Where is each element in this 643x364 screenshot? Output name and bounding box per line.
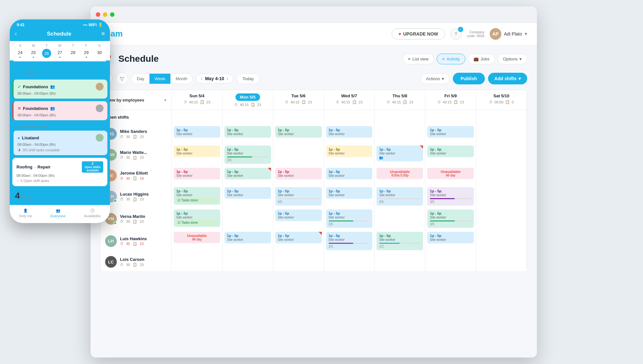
cal-day-25[interactable]: 25 — [27, 49, 40, 58]
add-shifts-button[interactable]: Add shifts ▾ — [488, 73, 527, 84]
luis-shift-sun[interactable]: Unavailable All day — [172, 230, 223, 252]
mike-shift-tue[interactable]: 1p - 5p Site worker — [273, 124, 324, 144]
cal-day-24[interactable]: 24 — [14, 49, 27, 58]
luis-shift-thu[interactable]: 1p - 5p Site worker 1/2 — [375, 230, 425, 252]
jerome-shift-fri[interactable]: Unavailable All day — [425, 166, 476, 185]
back-button[interactable]: ‹ — [15, 30, 17, 37]
online-dot — [114, 199, 117, 202]
verna-shift-wed[interactable]: 1p - 5p Site worker 3/5 — [324, 208, 375, 230]
minimize-button[interactable] — [103, 12, 107, 17]
cal-day-26[interactable]: 26 — [42, 49, 51, 58]
actions-button[interactable]: Actions ▾ — [420, 73, 450, 84]
open-shifts-label: Open shifts — [101, 110, 172, 124]
employee-lucas-higgins: LH Lucas Higgins ⏱30 📋23 — [101, 185, 172, 208]
lucas-shift-sun[interactable]: 1p - 5p Site worker ☑ Tasks done — [172, 185, 223, 208]
jerome-shift-mon[interactable]: 1p - 5p Site worker — [223, 166, 273, 185]
mike-shift-mon[interactable]: 1p - 5p Site worker — [223, 124, 273, 144]
tab-jobs[interactable]: 💼 Jobs — [468, 54, 495, 64]
doc-icon-thu: 📋 — [403, 100, 407, 104]
nav-everyone[interactable]: 👥 Everyone — [50, 209, 65, 218]
mario-shift-wed[interactable]: 1p - 5p Site worker — [324, 144, 375, 166]
phone-date-26: 26 Tue — [12, 65, 107, 80]
lucas-shift-thu[interactable]: 1p - 5p Site worker 0/5 — [375, 185, 425, 208]
tab-options[interactable]: Options ▾ — [497, 54, 527, 64]
day-header-sat: Sat 5/10 ⏱ 00:00 📋 0 — [476, 90, 527, 110]
menu-icon[interactable]: ≡ — [101, 30, 105, 37]
verna-shift-thu — [375, 208, 425, 230]
jerome-shift-wed[interactable]: 1p - 5p Site worker — [324, 166, 375, 185]
tab-activity[interactable]: ≡ Activity — [437, 54, 465, 64]
chevron-down-icon: ▾ — [525, 31, 527, 37]
day-toggle[interactable]: Day — [132, 74, 149, 84]
jerome-shift-tue[interactable]: 1p - 5p Site worker — [273, 166, 324, 185]
cal-day-27[interactable]: 27 — [53, 49, 67, 58]
luis-shift-mon[interactable]: 1p - 5p Site worker — [223, 230, 273, 252]
shift-lisaland[interactable]: ● Lisaland 08:00am - 04:00pm (8h) ◑ 3/5 … — [12, 131, 107, 155]
clock-nav-icon: 🕐 — [90, 209, 95, 213]
mike-shift-fri[interactable]: 1p - 5p Site worker — [425, 124, 476, 144]
app-header: tteam ♥ UPGRADE NOW ? i Company code: 45… — [91, 23, 537, 45]
phone-calendar: S M T W T F S 24 25 26 27 28 29 30 — [10, 41, 110, 60]
lucas-shift-mon[interactable]: 1p - 5p Site worker — [223, 185, 273, 208]
month-toggle[interactable]: Month — [170, 74, 192, 84]
publish-button[interactable]: Publish — [453, 73, 485, 84]
phone-title: Schedule — [47, 31, 71, 37]
day-header-tue: Tue 5/6 ⏱ 40:15 📋 23 — [273, 90, 324, 110]
mobile-phone: 9:41 ▪▪▪ WiFi 🔋 ‹ Schedule ≡ S M T W T F… — [10, 19, 110, 223]
clock-emp-icon: ⏱ — [120, 135, 124, 139]
lucas-shift-tue[interactable]: 1p - 5p Site worker 0/5 — [273, 185, 324, 208]
lucas-shift-wed[interactable]: 1p - 5p Site worker — [324, 185, 375, 208]
open-shift-sat — [476, 110, 527, 124]
verna-shift-sun[interactable]: 1p - 5p Site worker ☑ Tasks done — [172, 208, 223, 230]
open-shift-thu — [375, 110, 425, 124]
briefcase-icon: 💼 — [474, 57, 479, 61]
toolbar-left: 🔍 ▽ Day Week Month ‹ May 4-10 › Today — [100, 72, 260, 85]
main-content: 📅 Schedule ≡ List view ≡ Activity 💼 Jobs… — [91, 45, 537, 358]
upgrade-button[interactable]: ♥ UPGRADE NOW — [392, 28, 445, 39]
verna-shift-fri[interactable]: 1p - 5p Site worker 3/5 — [425, 208, 476, 230]
cal-day-30[interactable]: 30 — [93, 49, 106, 58]
mario-shift-sun[interactable]: 1p - 5p Site worker — [172, 144, 223, 166]
shift-foundations-1[interactable]: ✓ Foundations 👥 08:00am - 04:00pm (8h) — [12, 80, 107, 99]
nav-only-me[interactable]: 👤 Only me — [19, 209, 32, 218]
nav-availability[interactable]: 🕐 Availability — [84, 209, 101, 218]
shift-roofing[interactable]: Roofing › Repair 2 Open shifts available… — [12, 158, 107, 186]
chevron-down-icon-5: ▾ — [164, 98, 166, 102]
tasks-icon: ◑ — [17, 148, 21, 152]
luis-shift-fri[interactable]: 1p - 5p Site worker — [425, 230, 476, 252]
help-button[interactable]: ? i — [450, 28, 462, 40]
wifi-icon: WiFi — [89, 23, 97, 27]
next-week-button[interactable]: › — [227, 76, 228, 81]
filter-button[interactable]: ▽ — [116, 72, 128, 85]
mike-shift-wed[interactable]: 1p - 5p Site worker — [324, 124, 375, 144]
cal-day-29[interactable]: 29 — [80, 49, 93, 58]
open-shift-wed — [324, 110, 375, 124]
verna-shift-tue[interactable]: 1p - 5p Site worker — [273, 208, 324, 230]
cal-day-28[interactable]: 28 — [66, 49, 80, 58]
maximize-button[interactable] — [110, 12, 114, 17]
mike-shift-sun[interactable]: 1p - 5p Site worker — [172, 124, 223, 144]
week-toggle[interactable]: Week — [149, 74, 170, 84]
doc-icon-sat: 📋 — [505, 100, 510, 104]
jerome-shift-thu[interactable]: Unavailable 9:00a-5:00p — [375, 166, 425, 185]
mario-shift-fri[interactable]: 1p - 5p Site worker — [425, 144, 476, 166]
toolbar-right: Actions ▾ Publish Add shifts ▾ — [420, 73, 527, 84]
luis-shift-tue[interactable]: 1p - 5p Site worker — [273, 230, 324, 252]
doc-emp-icon-4: 📋 — [133, 197, 137, 201]
luis-shift-wed[interactable]: 1p - 5p Site worker 3/5 — [324, 230, 375, 252]
mario-shift-mon[interactable]: 1p - 5p Site worker 3/5 — [223, 144, 273, 166]
user-menu[interactable]: AP Adi Plato ▾ — [490, 28, 527, 40]
check-icon: ☑ — [178, 198, 180, 202]
tab-list-view[interactable]: ≡ List view — [403, 54, 434, 64]
shift-foundations-2[interactable]: ✕ Foundations 👥 08:00am - 04:00pm (8h) — [12, 101, 107, 120]
mario-shift-thu[interactable]: 1p - 5p Site worker 👥 — [375, 144, 425, 166]
doc-icon-wed: 📋 — [352, 100, 357, 104]
close-button[interactable] — [96, 12, 100, 17]
today-button[interactable]: Today — [236, 73, 260, 84]
jerome-shift-sun[interactable]: 1p - 5p Site worker — [172, 166, 223, 185]
doc-emp-icon-6: 📋 — [133, 242, 137, 246]
prev-week-button[interactable]: ‹ — [201, 76, 202, 81]
phone-shifts: 26 Tue ✓ Foundations 👥 08:00am - 04:00pm… — [10, 63, 110, 198]
doc-emp-icon-3: 📋 — [133, 176, 137, 180]
lucas-shift-fri[interactable]: 1p - 5p Site worker 3/5 — [425, 185, 476, 208]
